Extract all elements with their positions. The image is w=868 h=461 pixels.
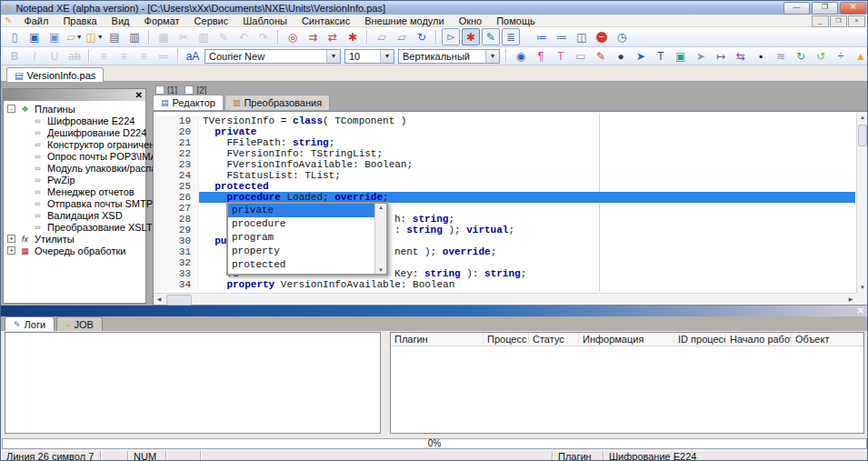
chevron-down-icon[interactable]: ▼ (485, 50, 499, 63)
quick-save-button[interactable]: ▣ (672, 47, 690, 65)
scroll-right-icon[interactable]: ▶ (845, 294, 856, 305)
tree-plugins-root-expander[interactable]: - (7, 105, 15, 113)
tree-utilities-root[interactable]: +fxУтилиты (4, 233, 145, 245)
redo-button[interactable]: ↷ (254, 28, 273, 45)
bullet-list-button[interactable]: ≔ (155, 47, 173, 65)
doc-refresh-button[interactable]: ↻ (792, 47, 810, 65)
tree-plugin-pack-module[interactable]: ∞Модуль упаковки/распаковки (4, 162, 145, 174)
tree-process-queue-root-expander[interactable]: + (7, 246, 15, 255)
tree-utilities-root-expander[interactable]: + (7, 235, 15, 243)
scroll-up-icon[interactable]: ▲ (378, 205, 384, 210)
run-script-button[interactable]: ◉ (512, 47, 530, 65)
menu-templates[interactable]: Шаблоны (235, 15, 294, 27)
col-process-id[interactable]: ID процесса (674, 333, 726, 346)
warning-button[interactable]: ▲ (852, 47, 868, 65)
macro-edit-button[interactable]: ≔ (553, 28, 571, 45)
plugins-panel-toggle[interactable]: ✱ (462, 28, 480, 45)
code-editor[interactable]: 19TVersionInfo = class( TComponent )20 p… (153, 111, 868, 306)
popup-scrollbar[interactable]: ▲ ▼ (374, 204, 386, 274)
new-window-button[interactable]: ◫▼ (85, 28, 104, 45)
menu-edit[interactable]: Правка (55, 15, 104, 27)
strikethrough-button[interactable]: ab (65, 47, 84, 65)
col-information[interactable]: Информация (579, 333, 674, 346)
text-mode-select[interactable]: Вертикальный ▼ (398, 49, 500, 64)
code-line[interactable]: 24 FStatusList: TList; (155, 170, 855, 181)
macro-list-button[interactable]: ≔ (533, 28, 551, 45)
tree-plugin-constraint-builder[interactable]: ∞Конструктор ограничений (4, 138, 145, 150)
doc-view-check-2[interactable]: [2] (185, 85, 206, 95)
dock-close-icon[interactable]: ✕ (857, 306, 864, 316)
tree-plugin-xslt-transform[interactable]: ∞Преобразование XSLT (4, 221, 145, 233)
find-button[interactable]: ◎ (284, 28, 302, 45)
paste-button[interactable]: ▦ (155, 28, 173, 45)
suggestion-private[interactable]: private (228, 204, 374, 217)
font-color-button[interactable]: aA (184, 47, 202, 65)
console-panel-toggle[interactable]: ⊳ (442, 28, 460, 45)
underline-button[interactable]: U (45, 47, 64, 65)
split-divider-button[interactable]: ÷ (832, 47, 850, 65)
checkbox-icon[interactable] (185, 85, 194, 95)
save-button[interactable]: ▣ (25, 28, 44, 45)
tree-plugin-decrypt-d224[interactable]: ∞Дешифрование D224 (4, 126, 145, 138)
col-plugin[interactable]: Плагин (391, 333, 484, 346)
tree-process-queue-root[interactable]: +▦Очередь обработки (4, 245, 145, 256)
align-right-button[interactable]: ≡ (135, 47, 153, 65)
find-next-button[interactable]: ⇉ (304, 28, 322, 45)
new-file-button[interactable]: ▯ (5, 28, 24, 45)
code-line[interactable]: 19TVersionInfo = class( TComponent ) (155, 115, 855, 126)
code-line[interactable]: 25 protected (155, 181, 855, 192)
suggestion-program[interactable]: program (228, 231, 374, 245)
scroll-down-icon[interactable]: ▼ (378, 267, 384, 273)
stop-button[interactable]: − (593, 28, 611, 45)
select-cursor-button[interactable]: ➤ (632, 47, 650, 65)
vertical-scroll-thumb[interactable] (858, 125, 867, 146)
save-all-button[interactable]: ▣ (45, 28, 64, 45)
bold-button[interactable]: B (5, 47, 24, 65)
tab-logs[interactable]: ✎Логи (5, 316, 55, 331)
tree-plugins-root[interactable]: -❖Плагины (4, 103, 145, 115)
font-size-select[interactable]: 10 ▼ (344, 49, 394, 64)
mdi-minimize-button[interactable]: _ (812, 15, 829, 27)
process-table[interactable]: ПлагинПроцессСтатусИнформацияID процесса… (390, 332, 864, 434)
doc-view-check-1[interactable]: [1] (155, 85, 177, 95)
split-view-button[interactable]: ◫ (573, 28, 591, 45)
italic-button[interactable]: I (25, 47, 44, 65)
panel-splitter[interactable] (146, 88, 153, 304)
replace-button[interactable]: ⇄ (324, 28, 342, 45)
vertical-scrollbar[interactable]: ▲ ▼ (856, 112, 868, 293)
col-process[interactable]: Процесс (484, 333, 529, 346)
menu-window[interactable]: Окно (452, 15, 490, 27)
menu-view[interactable]: Вид (105, 15, 137, 27)
align-left-button[interactable]: ≡ (95, 47, 113, 65)
compare-docs-button[interactable]: ⇆ (732, 47, 750, 65)
undo-button[interactable]: ↶ (234, 28, 253, 45)
menu-service[interactable]: Сервис (187, 15, 236, 27)
copy-button[interactable]: ▥ (195, 28, 213, 45)
tree-plugin-encrypt-e224[interactable]: ∞Шифрование E224 (4, 115, 145, 126)
cut-button[interactable]: ✂ (175, 28, 193, 45)
insert-text-button[interactable]: T (652, 47, 670, 65)
col-start-time[interactable]: Начало работы (726, 333, 792, 346)
pick-cursor-button[interactable]: ➤ (692, 47, 710, 65)
menu-external-modules[interactable]: Внешние модули (357, 15, 451, 27)
mdi-close-button[interactable]: × (848, 15, 865, 27)
tab-editor[interactable]: ▤Редактор (153, 95, 224, 110)
minimize-button[interactable]: — (783, 2, 810, 15)
mdi-restore-button[interactable]: ❐ (830, 15, 847, 27)
new-window-dropdown-icon[interactable]: ▼ (97, 34, 104, 40)
document-tab[interactable]: ▤ VersionInfo.pas (6, 67, 104, 83)
align-center-button[interactable]: ≡ (115, 47, 133, 65)
horizontal-scroll-thumb[interactable] (166, 295, 192, 306)
console-view-button[interactable]: ▪ (752, 47, 770, 65)
format-marks-button[interactable]: ¶ (532, 47, 550, 65)
sphere-button[interactable]: ● (612, 47, 630, 65)
code-line[interactable]: 34 property VersionInfoAvailable: Boolea… (155, 279, 855, 290)
highlight-pen-button[interactable]: ✎ (592, 47, 610, 65)
tree-plugin-xsd-validation[interactable]: ∞Валидация XSD (4, 209, 145, 221)
menu-file[interactable]: Файл (16, 15, 55, 27)
code-line[interactable]: 21 FFilePath: string; (155, 137, 855, 148)
horizontal-scrollbar[interactable]: ◀ ▶ (154, 293, 856, 305)
les-panel-toggle[interactable]: ≣ (502, 28, 520, 45)
code-line[interactable]: 23 FVersionInfoAvailable: Boolean; (155, 159, 855, 170)
doc-export-button[interactable]: ↦ (712, 47, 730, 65)
